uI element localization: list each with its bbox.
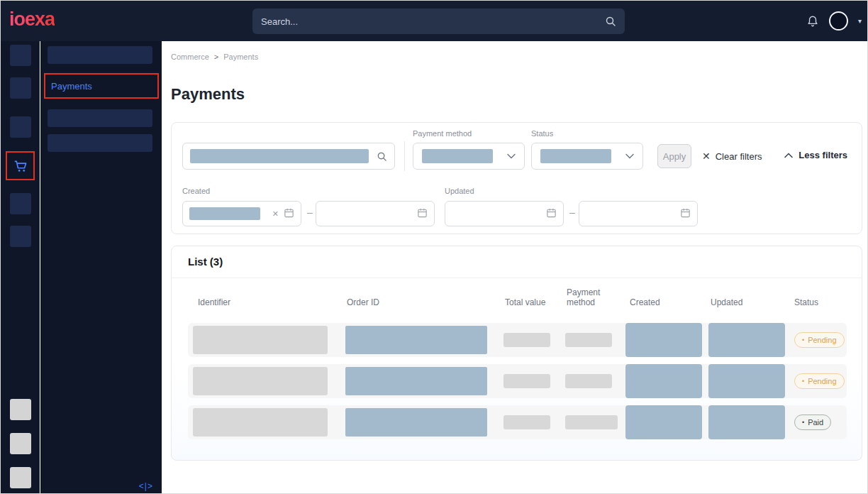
table-row[interactable]: • Pending [188, 364, 847, 398]
order-id-placeholder [345, 408, 487, 437]
calendar-icon[interactable] [680, 207, 691, 221]
subnav-payments-label: Payments [51, 81, 92, 92]
icon-rail [1, 41, 40, 494]
rail-item-bottom-3[interactable] [10, 467, 31, 488]
updated-placeholder [708, 364, 785, 398]
rail-item-6[interactable] [10, 226, 31, 247]
status-label: Pending [808, 377, 836, 385]
updated-placeholder [708, 405, 785, 439]
breadcrumb-separator: > [214, 53, 218, 61]
col-header-created: Created [630, 297, 660, 307]
sidebar-collapse-icon[interactable]: <|> [139, 481, 153, 491]
col-header-total-value: Total value [505, 297, 545, 307]
created-to-date-input[interactable] [316, 201, 435, 226]
identifier-placeholder [193, 326, 328, 354]
updated-placeholder [708, 323, 785, 357]
col-header-payment-method: Payment method [567, 287, 608, 307]
payment-method-select[interactable] [413, 143, 525, 170]
chevron-down-icon [625, 153, 634, 159]
topbar: ioexa ▾ [1, 1, 868, 41]
payment-method-label: Payment method [413, 129, 472, 138]
search-value-placeholder [190, 149, 369, 163]
table-row[interactable]: • Pending [188, 323, 847, 357]
apply-button[interactable]: Apply [657, 144, 691, 168]
payment-method-value-placeholder [422, 149, 493, 163]
created-from-value-placeholder [189, 207, 260, 220]
payment-method-placeholder [565, 374, 612, 388]
clear-filters-button[interactable]: ✕ Clear filters [702, 144, 762, 168]
created-placeholder [625, 405, 702, 439]
list-card: List (3) Identifier Order ID Total value… [171, 246, 862, 461]
rail-item-5[interactable] [10, 193, 31, 214]
global-search[interactable] [252, 9, 625, 34]
status-badge: • Pending [794, 373, 845, 389]
identifier-placeholder [193, 367, 328, 395]
updated-label: Updated [445, 187, 474, 195]
calendar-icon[interactable] [284, 207, 294, 221]
calendar-icon[interactable] [417, 207, 428, 221]
identifier-placeholder [193, 408, 328, 437]
filter-search-input[interactable] [182, 143, 395, 170]
status-label: Pending [808, 336, 836, 344]
subnav-item-3[interactable] [48, 109, 152, 127]
subnav: Payments <|> [40, 41, 162, 494]
payment-method-placeholder [565, 415, 618, 429]
created-range-dash: – [307, 207, 313, 218]
main-content: Commerce > Payments Payments Payment met… [162, 41, 868, 494]
search-icon [377, 151, 387, 162]
calendar-icon[interactable] [546, 207, 557, 221]
col-header-order-id: Order ID [347, 297, 379, 307]
app-root: ioexa ▾ Payments [0, 0, 868, 494]
chevron-down-icon [507, 153, 516, 159]
rail-item-3[interactable] [10, 116, 31, 138]
filters-card: Payment method Status Apply ✕ Clear filt… [171, 122, 862, 234]
user-avatar[interactable] [829, 11, 848, 31]
rail-item-2[interactable] [10, 77, 31, 99]
notifications-bell-icon[interactable] [806, 15, 819, 28]
total-value-placeholder [503, 333, 550, 347]
subnav-item-4[interactable] [48, 134, 152, 152]
rail-item-commerce-highlight[interactable] [6, 151, 35, 180]
rail-item-1[interactable] [10, 45, 31, 66]
less-filters-button[interactable]: Less filters [784, 150, 847, 160]
col-header-updated: Updated [711, 297, 742, 307]
subnav-item-payments[interactable]: Payments [44, 73, 159, 99]
payment-method-placeholder [565, 333, 612, 347]
total-value-placeholder [503, 374, 550, 388]
rail-item-bottom-2[interactable] [10, 433, 31, 454]
status-value-placeholder [540, 149, 611, 163]
clear-date-icon[interactable]: ✕ [272, 209, 279, 219]
rail-item-bottom-1[interactable] [10, 399, 31, 420]
col-header-identifier: Identifier [198, 297, 230, 307]
user-menu-caret-icon[interactable]: ▾ [858, 17, 862, 25]
filter-divider [404, 141, 405, 171]
created-from-date-input[interactable]: ✕ [182, 201, 301, 226]
updated-range-dash: – [569, 207, 575, 218]
created-placeholder [625, 323, 702, 357]
list-title: List (3) [188, 256, 223, 268]
breadcrumb-payments[interactable]: Payments [223, 53, 258, 61]
chevron-up-icon [784, 150, 793, 160]
status-dot-icon: • [802, 378, 804, 385]
status-badge: • Pending [794, 332, 845, 348]
created-label: Created [182, 187, 210, 195]
status-dot-icon: • [802, 419, 804, 426]
page-title: Payments [171, 85, 245, 104]
status-dot-icon: • [802, 337, 804, 344]
subnav-item-1[interactable] [48, 46, 152, 64]
brand-logo[interactable]: ioexa [9, 9, 55, 31]
table-row[interactable]: • Paid [188, 405, 847, 439]
created-placeholder [625, 364, 702, 398]
col-header-status: Status [794, 297, 818, 307]
order-id-placeholder [345, 326, 487, 354]
close-icon: ✕ [702, 150, 711, 162]
updated-to-date-input[interactable] [579, 201, 698, 226]
topbar-actions: ▾ [806, 1, 862, 41]
global-search-input[interactable] [261, 16, 605, 27]
total-value-placeholder [503, 415, 550, 429]
status-label: Status [531, 129, 553, 138]
status-select[interactable] [531, 143, 643, 170]
breadcrumb-commerce[interactable]: Commerce [171, 53, 209, 61]
updated-from-date-input[interactable] [445, 201, 564, 226]
status-label: Paid [808, 418, 823, 427]
